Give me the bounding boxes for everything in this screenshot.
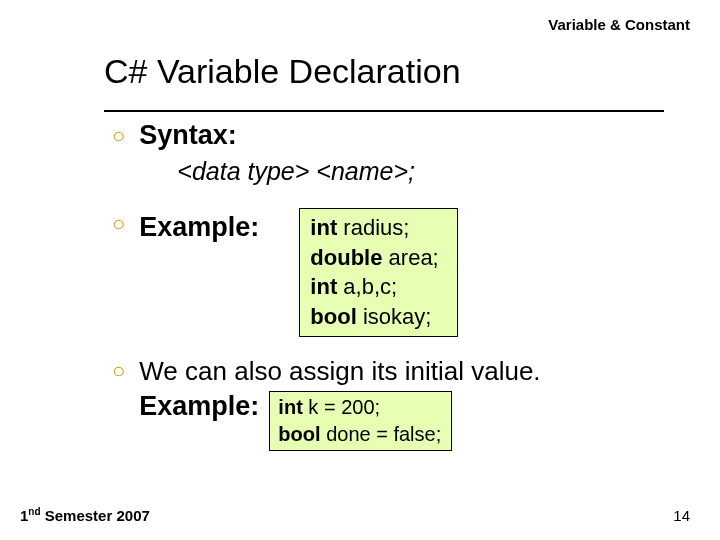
code-rest: k = 200; (303, 396, 380, 418)
content-area: ○ Syntax: <data type> <name>; ○ Example:… (112, 120, 680, 455)
keyword: double (310, 245, 382, 270)
syntax-datatype: <data type> (177, 157, 309, 185)
code-line: int radius; (310, 213, 438, 243)
code-line: bool done = false; (278, 421, 441, 448)
example-label: Example: (139, 212, 259, 243)
keyword: int (310, 274, 337, 299)
keyword: int (278, 396, 302, 418)
syntax-name: <name> (316, 157, 408, 185)
footer-rest: Semester 2007 (41, 507, 150, 524)
code-line: int a,b,c; (310, 272, 438, 302)
code-rest: isokay; (357, 304, 432, 329)
assign-example-label: Example: (139, 391, 259, 422)
bullet-assign: ○ We can also assign its initial value. … (112, 355, 680, 451)
code-rest: radius; (337, 215, 409, 240)
bullet-body: Example: int radius; double area; int a,… (139, 208, 680, 337)
code-box-examples: int radius; double area; int a,b,c; bool… (299, 208, 457, 337)
footer-left: 1nd Semester 2007 (20, 506, 150, 524)
section-label: Variable & Constant (548, 16, 690, 33)
slide: Variable & Constant C# Variable Declarat… (0, 0, 720, 540)
code-line: double area; (310, 243, 438, 273)
code-line: int k = 200; (278, 394, 441, 421)
assign-example-row: Example: int k = 200; bool done = false; (139, 391, 680, 451)
code-rest: area; (382, 245, 438, 270)
bullet-icon: ○ (112, 355, 125, 387)
page-title: C# Variable Declaration (104, 52, 461, 91)
title-underline (104, 110, 664, 112)
bullet-syntax: ○ Syntax: <data type> <name>; (112, 120, 680, 204)
keyword: bool (310, 304, 356, 329)
bullet-body: We can also assign its initial value. Ex… (139, 355, 680, 451)
bullet-example: ○ Example: int radius; double area; int … (112, 208, 680, 337)
page-number: 14 (673, 507, 690, 524)
keyword: int (310, 215, 337, 240)
syntax-label: Syntax: (139, 120, 237, 150)
assign-text: We can also assign its initial value. (139, 355, 680, 389)
code-rest: done = false; (321, 423, 442, 445)
code-rest: a,b,c; (337, 274, 397, 299)
bullet-body: Syntax: <data type> <name>; (139, 120, 680, 204)
code-line: bool isokay; (310, 302, 438, 332)
syntax-template: <data type> <name>; (177, 157, 680, 186)
keyword: bool (278, 423, 320, 445)
bullet-icon: ○ (112, 120, 125, 152)
syntax-semi: ; (408, 157, 415, 185)
footer-ordinal: nd (28, 506, 40, 517)
code-box-assign: int k = 200; bool done = false; (269, 391, 452, 451)
bullet-icon: ○ (112, 208, 125, 240)
